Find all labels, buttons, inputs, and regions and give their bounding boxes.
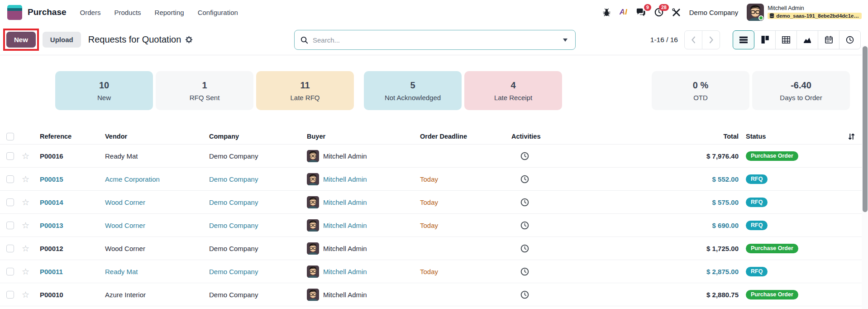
favorite-star-icon[interactable]: ☆ bbox=[22, 266, 40, 276]
row-checkbox[interactable] bbox=[6, 222, 14, 229]
company-cell[interactable]: Demo Company bbox=[209, 291, 307, 299]
activities-icon[interactable]: 28 bbox=[654, 8, 663, 17]
odoo-app-icon[interactable] bbox=[7, 5, 22, 20]
tools-icon[interactable] bbox=[672, 8, 681, 17]
row-checkbox[interactable] bbox=[6, 268, 14, 275]
row-checkbox[interactable] bbox=[6, 175, 14, 183]
favorite-star-icon[interactable]: ☆ bbox=[22, 220, 40, 230]
company-cell[interactable]: Demo Company bbox=[209, 175, 307, 183]
activity-clock-icon[interactable] bbox=[511, 244, 587, 253]
company-switcher[interactable]: Demo Company bbox=[689, 9, 738, 16]
list-view-button[interactable] bbox=[733, 30, 754, 49]
stat-card[interactable]: 11 Late RFQ bbox=[256, 71, 354, 110]
company-cell[interactable]: Demo Company bbox=[209, 222, 307, 229]
reference-cell[interactable]: P00011 bbox=[40, 268, 105, 275]
gear-icon[interactable] bbox=[185, 36, 193, 43]
vendor-cell[interactable]: Wood Corner bbox=[105, 245, 209, 252]
menu-orders[interactable]: Orders bbox=[80, 9, 101, 16]
vendor-cell[interactable]: Azure Interior bbox=[105, 291, 209, 299]
buyer-cell[interactable]: Mitchell Admin bbox=[307, 173, 420, 185]
messages-icon[interactable]: 9 bbox=[636, 8, 646, 17]
activity-clock-icon[interactable] bbox=[511, 221, 587, 230]
reference-cell[interactable]: P00015 bbox=[40, 175, 105, 183]
favorite-star-icon[interactable]: ☆ bbox=[22, 151, 40, 161]
reference-cell[interactable]: P00012 bbox=[40, 245, 105, 252]
stat-card[interactable]: -6.40 Days to Order bbox=[752, 71, 850, 110]
vendor-cell[interactable]: Acme Corporation bbox=[105, 175, 209, 183]
col-vendor[interactable]: Vendor bbox=[105, 133, 209, 140]
optional-columns-icon[interactable] bbox=[848, 133, 855, 140]
activity-clock-icon[interactable] bbox=[511, 152, 587, 160]
company-cell[interactable]: Demo Company bbox=[209, 198, 307, 206]
buyer-cell[interactable]: Mitchell Admin bbox=[307, 219, 420, 232]
vendor-cell[interactable]: Wood Corner bbox=[105, 198, 209, 206]
table-row[interactable]: ☆ P00015 Acme Corporation Demo Company M… bbox=[0, 168, 868, 191]
stat-card[interactable]: 10 New bbox=[55, 71, 153, 110]
calendar-view-button[interactable] bbox=[818, 30, 839, 49]
table-row[interactable]: ☆ P00016 Ready Mat Demo Company Mitchell… bbox=[0, 145, 868, 168]
row-checkbox[interactable] bbox=[6, 245, 14, 252]
activity-view-button[interactable] bbox=[839, 30, 861, 49]
app-title[interactable]: Purchase bbox=[28, 7, 67, 17]
search-input[interactable] bbox=[313, 30, 555, 49]
col-activities[interactable]: Activities bbox=[511, 133, 587, 140]
vendor-cell[interactable]: Wood Corner bbox=[105, 222, 209, 229]
stat-card[interactable]: 1 RFQ Sent bbox=[156, 71, 253, 110]
table-row[interactable]: ☆ P00010 Azure Interior Demo Company Mit… bbox=[0, 283, 868, 306]
row-checkbox[interactable] bbox=[6, 152, 14, 160]
pivot-view-button[interactable] bbox=[775, 30, 797, 49]
reference-cell[interactable]: P00010 bbox=[40, 291, 105, 299]
activity-clock-icon[interactable] bbox=[511, 175, 587, 183]
menu-reporting[interactable]: Reporting bbox=[155, 9, 184, 16]
col-total[interactable]: Total bbox=[587, 133, 739, 140]
menu-products[interactable]: Products bbox=[114, 9, 141, 16]
row-checkbox[interactable] bbox=[6, 291, 14, 299]
stat-card[interactable]: 0 % OTD bbox=[652, 71, 749, 110]
ai-icon[interactable]: AI bbox=[620, 8, 627, 17]
kanban-view-button[interactable] bbox=[754, 30, 776, 49]
menu-configuration[interactable]: Configuration bbox=[198, 9, 238, 16]
table-row[interactable]: ☆ P00013 Wood Corner Demo Company Mitche… bbox=[0, 214, 868, 237]
table-row[interactable]: ☆ P00014 Wood Corner Demo Company Mitche… bbox=[0, 191, 868, 214]
graph-view-button[interactable] bbox=[796, 30, 818, 49]
vendor-cell[interactable]: Ready Mat bbox=[105, 152, 209, 160]
favorite-star-icon[interactable]: ☆ bbox=[22, 290, 40, 299]
company-cell[interactable]: Demo Company bbox=[209, 245, 307, 252]
favorite-star-icon[interactable]: ☆ bbox=[22, 174, 40, 184]
bug-icon[interactable] bbox=[602, 8, 611, 17]
activity-clock-icon[interactable] bbox=[511, 267, 587, 276]
company-cell[interactable]: Demo Company bbox=[209, 152, 307, 160]
buyer-cell[interactable]: Mitchell Admin bbox=[307, 242, 420, 255]
upload-button[interactable]: Upload bbox=[43, 32, 81, 48]
search-dropdown-toggle[interactable] bbox=[555, 30, 575, 49]
buyer-cell[interactable]: Mitchell Admin bbox=[307, 196, 420, 208]
favorite-star-icon[interactable]: ☆ bbox=[22, 243, 40, 253]
col-order-deadline[interactable]: Order Deadline bbox=[420, 133, 511, 140]
pager-next-button[interactable] bbox=[702, 30, 720, 49]
buyer-cell[interactable]: Mitchell Admin bbox=[307, 266, 420, 278]
company-cell[interactable]: Demo Company bbox=[209, 268, 307, 275]
favorite-star-icon[interactable]: ☆ bbox=[22, 197, 40, 207]
pager-previous-button[interactable] bbox=[684, 30, 702, 49]
stat-card[interactable]: 4 Late Receipt bbox=[464, 71, 562, 110]
user-menu[interactable]: Mitchell Admin demo_saas-191_8ebe2bd4dc1… bbox=[747, 4, 862, 21]
col-reference[interactable]: Reference bbox=[40, 133, 105, 140]
activity-clock-icon[interactable] bbox=[511, 198, 587, 207]
col-company[interactable]: Company bbox=[209, 133, 307, 140]
vendor-cell[interactable]: Ready Mat bbox=[105, 268, 209, 275]
new-button[interactable]: New bbox=[6, 32, 36, 48]
select-all-checkbox[interactable] bbox=[6, 133, 14, 140]
reference-cell[interactable]: P00016 bbox=[40, 152, 105, 160]
col-status[interactable]: Status bbox=[739, 133, 766, 140]
table-row[interactable]: ☆ P00012 Wood Corner Demo Company Mitche… bbox=[0, 237, 868, 260]
reference-cell[interactable]: P00013 bbox=[40, 222, 105, 229]
col-buyer[interactable]: Buyer bbox=[307, 133, 420, 140]
buyer-cell[interactable]: Mitchell Admin bbox=[307, 150, 420, 162]
activity-clock-icon[interactable] bbox=[511, 290, 587, 299]
table-row[interactable]: ☆ P00011 Ready Mat Demo Company Mitchell… bbox=[0, 260, 868, 283]
stat-card[interactable]: 5 Not Acknowledged bbox=[364, 71, 462, 110]
scrollbar-thumb[interactable] bbox=[863, 46, 868, 212]
vertical-scrollbar[interactable] bbox=[862, 45, 868, 309]
buyer-cell[interactable]: Mitchell Admin bbox=[307, 289, 420, 301]
reference-cell[interactable]: P00014 bbox=[40, 198, 105, 206]
